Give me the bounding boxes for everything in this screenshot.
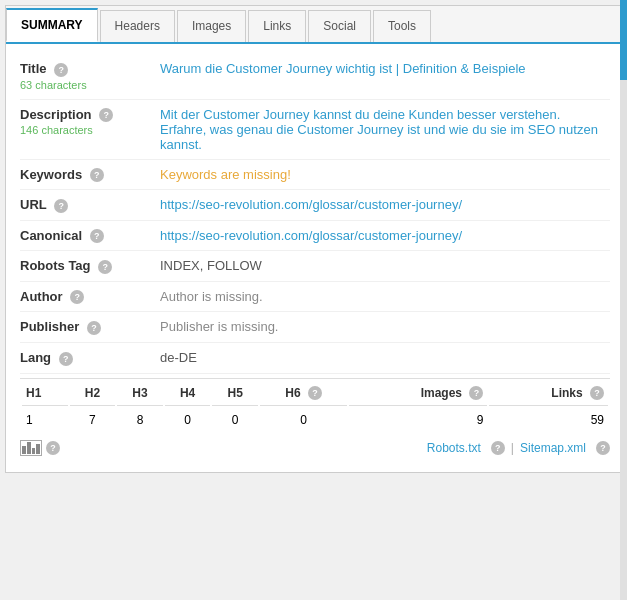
canonical-value[interactable]: https://seo-revolution.com/glossar/custo… — [160, 228, 610, 243]
description-label: Description — [20, 107, 92, 122]
robots-value: INDEX, FOLLOW — [160, 258, 610, 273]
th-h4: H4 — [165, 381, 211, 407]
url-value[interactable]: https://seo-revolution.com/glossar/custo… — [160, 197, 610, 212]
tab-images[interactable]: Images — [177, 10, 246, 42]
td-h5: 0 — [212, 408, 258, 432]
th-h2: H2 — [70, 381, 116, 407]
footer-row: ? Robots.txt ? | Sitemap.xml ? — [20, 434, 610, 462]
title-value: Warum die Customer Journey wichtig ist |… — [160, 61, 610, 76]
description-row: Description ? 146 characters Mit der Cus… — [20, 100, 610, 160]
canonical-help-icon[interactable]: ? — [90, 229, 104, 243]
tab-links[interactable]: Links — [248, 10, 306, 42]
tab-summary[interactable]: SUMMARY — [6, 8, 98, 42]
tab-tools[interactable]: Tools — [373, 10, 431, 42]
publisher-row: Publisher ? Publisher is missing. — [20, 312, 610, 343]
lang-value: de-DE — [160, 350, 610, 365]
title-help-icon[interactable]: ? — [54, 63, 68, 77]
td-h3: 8 — [117, 408, 163, 432]
robots-row: Robots Tag ? INDEX, FOLLOW — [20, 251, 610, 282]
chart-icon[interactable] — [20, 440, 42, 456]
title-char-count: 63 characters — [20, 79, 87, 91]
th-images: Images ? — [349, 381, 487, 407]
keywords-label-col: Keywords ? — [20, 167, 160, 183]
tab-headers[interactable]: Headers — [100, 10, 175, 42]
author-label-col: Author ? — [20, 289, 160, 305]
url-label: URL — [20, 197, 47, 212]
tab-bar: SUMMARY Headers Images Links Social Tool… — [6, 6, 624, 44]
images-help-icon[interactable]: ? — [469, 386, 483, 400]
keywords-help-icon[interactable]: ? — [90, 168, 104, 182]
th-h6: H6 ? — [260, 381, 347, 407]
td-h4: 0 — [165, 408, 211, 432]
title-label: Title — [20, 61, 47, 76]
th-h5: H5 — [212, 381, 258, 407]
lang-label: Lang — [20, 350, 51, 365]
stats-table: H1 H2 H3 H4 H5 H6 ? Images ? Links — [20, 378, 610, 435]
summary-content: Title ? 63 characters Warum die Customer… — [6, 44, 624, 472]
title-label-col: Title ? 63 characters — [20, 61, 160, 92]
td-h6: 0 — [260, 408, 347, 432]
links-help-icon[interactable]: ? — [590, 386, 604, 400]
description-value: Mit der Customer Journey kannst du deine… — [160, 107, 610, 152]
robots-txt-link[interactable]: Robots.txt — [427, 441, 481, 455]
author-help-icon[interactable]: ? — [70, 290, 84, 304]
td-h2: 7 — [70, 408, 116, 432]
canonical-label-col: Canonical ? — [20, 228, 160, 244]
scrollbar-thumb[interactable] — [620, 0, 627, 80]
description-help-icon[interactable]: ? — [99, 108, 113, 122]
publisher-label-col: Publisher ? — [20, 319, 160, 335]
lang-label-col: Lang ? — [20, 350, 160, 366]
publisher-help-icon[interactable]: ? — [87, 321, 101, 335]
td-images: 9 — [349, 408, 487, 432]
td-links: 59 — [489, 408, 608, 432]
footer-right: Robots.txt ? | Sitemap.xml ? — [427, 441, 610, 455]
td-h1: 1 — [22, 408, 68, 432]
url-help-icon[interactable]: ? — [54, 199, 68, 213]
th-links: Links ? — [489, 381, 608, 407]
stats-data-row: 1 7 8 0 0 0 9 59 — [22, 408, 608, 432]
publisher-value: Publisher is missing. — [160, 319, 610, 334]
title-row: Title ? 63 characters Warum die Customer… — [20, 54, 610, 100]
h6-help-icon[interactable]: ? — [308, 386, 322, 400]
sitemap-help-icon[interactable]: ? — [596, 441, 610, 455]
publisher-label: Publisher — [20, 319, 79, 334]
author-row: Author ? Author is missing. — [20, 282, 610, 313]
canonical-label: Canonical — [20, 228, 82, 243]
robots-label: Robots Tag — [20, 258, 91, 273]
keywords-label: Keywords — [20, 167, 82, 182]
lang-help-icon[interactable]: ? — [59, 352, 73, 366]
description-label-col: Description ? 146 characters — [20, 107, 160, 138]
th-h3: H3 — [117, 381, 163, 407]
lang-row: Lang ? de-DE — [20, 343, 610, 374]
description-char-count: 146 characters — [20, 124, 93, 136]
canonical-row: Canonical ? https://seo-revolution.com/g… — [20, 221, 610, 252]
robots-txt-help-icon[interactable]: ? — [491, 441, 505, 455]
scrollbar[interactable] — [620, 0, 627, 600]
keywords-value: Keywords are missing! — [160, 167, 610, 182]
author-label: Author — [20, 289, 63, 304]
keywords-row: Keywords ? Keywords are missing! — [20, 160, 610, 191]
author-value: Author is missing. — [160, 289, 610, 304]
robots-help-icon[interactable]: ? — [98, 260, 112, 274]
chart-help-icon[interactable]: ? — [46, 441, 60, 455]
th-h1: H1 — [22, 381, 68, 407]
footer-left: ? — [20, 440, 60, 456]
sitemap-xml-link[interactable]: Sitemap.xml — [520, 441, 586, 455]
footer-separator: | — [511, 441, 514, 455]
robots-label-col: Robots Tag ? — [20, 258, 160, 274]
tab-social[interactable]: Social — [308, 10, 371, 42]
url-row: URL ? https://seo-revolution.com/glossar… — [20, 190, 610, 221]
url-label-col: URL ? — [20, 197, 160, 213]
